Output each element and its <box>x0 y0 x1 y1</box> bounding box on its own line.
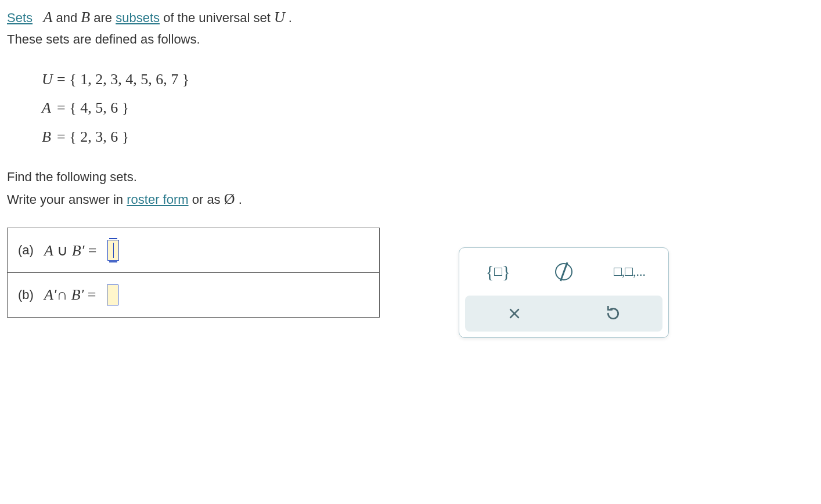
question-b-label: (b) <box>18 287 34 303</box>
palette-braces-button[interactable]: {} <box>475 258 521 286</box>
text: and <box>56 10 81 25</box>
link-roster-form[interactable]: roster form <box>127 192 188 207</box>
def-A-rhs: = { 4, 5, 6 } <box>57 99 129 116</box>
text: of the universal set <box>163 10 274 25</box>
palette-row-symbols: {} ,,... <box>465 254 662 290</box>
placeholder-box-icon <box>614 268 622 276</box>
text: . <box>289 10 292 25</box>
prompt: Find the following sets. Write your answ… <box>7 167 814 210</box>
placeholder-box-icon <box>494 268 502 276</box>
text: Write your answer in <box>7 192 127 207</box>
undo-button[interactable] <box>570 300 657 322</box>
question-a-label: (a) <box>18 243 34 258</box>
text: or as <box>192 192 224 207</box>
def-A: A= { 4, 5, 6 } <box>42 93 814 122</box>
def-B: B= { 2, 3, 6 } <box>42 123 814 151</box>
answer-input-b[interactable] <box>107 285 118 305</box>
def-U-lhs: U <box>42 65 57 93</box>
answer-input-a[interactable] <box>107 240 119 261</box>
symbol-palette: {} ,,... <box>459 247 669 322</box>
qb-A-prime: A′ <box>44 286 57 303</box>
variable-B: B <box>81 9 90 26</box>
link-subsets[interactable]: subsets <box>116 10 160 25</box>
palette-list-button[interactable]: ,,... <box>606 258 653 286</box>
question-b: (b) A′∩ B′ = <box>8 272 379 317</box>
def-U-rhs: = { 1, 2, 3, 4, 5, 6, 7 } <box>57 71 189 88</box>
variable-A: A <box>43 9 52 26</box>
variable-U: U <box>274 9 285 26</box>
answer-box: (a) A ∪ B′ = (b) A′∩ B′ = <box>7 228 380 318</box>
text: . <box>239 192 242 207</box>
intro-line-2: These sets are defined as follows. <box>7 30 814 49</box>
set-definitions: U= { 1, 2, 3, 4, 5, 6, 7 } A= { 4, 5, 6 … <box>42 65 814 151</box>
equals: = <box>84 286 96 303</box>
palette-row-actions <box>465 296 662 322</box>
brace-left: { <box>485 262 494 282</box>
prompt-line-1: Find the following sets. <box>7 167 814 186</box>
undo-icon <box>606 306 621 321</box>
union-symbol: ∪ <box>53 242 72 259</box>
def-B-rhs: = { 2, 3, 6 } <box>57 128 129 145</box>
problem-statement: Sets A and B are subsets of the universa… <box>7 6 814 49</box>
palette-empty-set-button[interactable] <box>541 258 587 286</box>
question-a: (a) A ∪ B′ = <box>8 228 379 272</box>
def-U: U= { 1, 2, 3, 4, 5, 6, 7 } <box>42 65 814 93</box>
intersection-symbol: ∩ <box>56 286 71 303</box>
empty-set-symbol: Ø <box>224 190 235 207</box>
clear-button[interactable] <box>471 300 558 322</box>
x-icon <box>507 307 521 321</box>
brace-right: } <box>502 262 510 282</box>
qa-A: A <box>44 242 53 259</box>
equals: = <box>84 242 96 259</box>
qb-B-prime: B′ <box>71 286 84 303</box>
empty-set-icon <box>555 263 572 280</box>
def-B-lhs: B <box>42 123 57 151</box>
link-sets[interactable]: Sets <box>7 10 33 25</box>
text: are <box>93 10 116 25</box>
list-suffix: ,... <box>633 264 646 279</box>
placeholder-box-icon <box>625 268 633 276</box>
qa-B-prime: B′ <box>72 242 85 259</box>
def-A-lhs: A <box>42 93 57 122</box>
